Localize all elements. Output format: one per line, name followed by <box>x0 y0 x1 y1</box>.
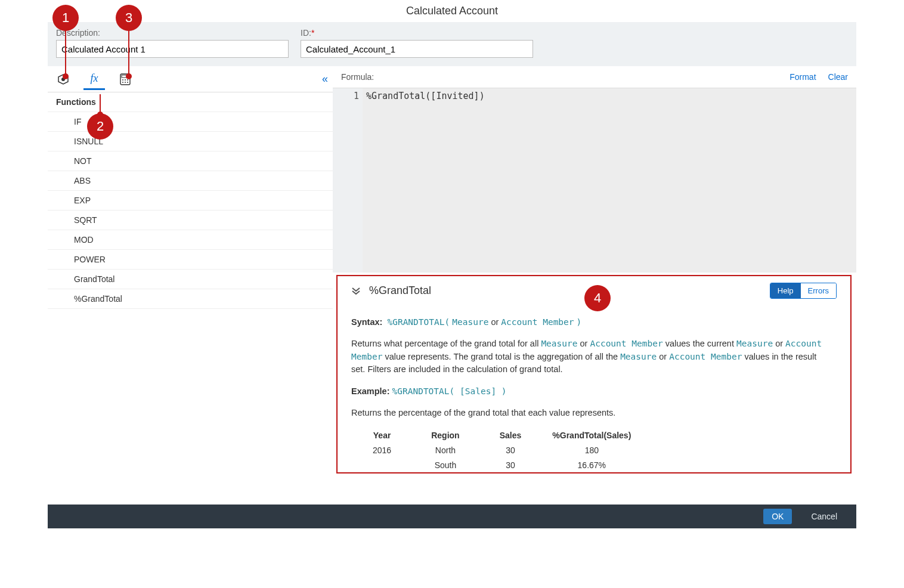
functions-header: Functions <box>48 92 333 112</box>
svg-point-8 <box>125 82 126 83</box>
list-item[interactable]: MOD <box>48 230 333 250</box>
svg-point-7 <box>122 82 123 83</box>
chevron-down-icon[interactable] <box>351 286 361 296</box>
dialog-title: Calculated Account <box>48 0 856 22</box>
table-row: 2016North30180 <box>357 443 646 458</box>
list-item[interactable]: GrandTotal <box>48 270 333 289</box>
format-link[interactable]: Format <box>790 72 816 82</box>
errors-tab[interactable]: Errors <box>801 283 836 298</box>
formula-label: Formula: <box>341 72 374 82</box>
editor-code[interactable]: %GrandTotal([Invited]) <box>363 88 856 273</box>
list-item[interactable]: SQRT <box>48 211 333 230</box>
help-tab[interactable]: Help <box>770 283 801 298</box>
list-item[interactable]: EXP <box>48 191 333 211</box>
help-content: Syntax: %GRANDTOTAL( Measure or Account … <box>351 307 837 468</box>
list-item[interactable]: %GrandTotal <box>48 289 333 309</box>
svg-point-4 <box>122 79 123 81</box>
list-item[interactable]: NOT <box>48 151 333 171</box>
cancel-button[interactable]: Cancel <box>803 509 846 524</box>
annotation-badge-1: 1 <box>52 5 79 31</box>
collapse-sidebar-icon[interactable]: « <box>322 73 328 85</box>
calculator-tab-icon[interactable] <box>114 69 136 90</box>
id-input[interactable] <box>301 40 533 58</box>
id-label: ID:* <box>301 28 533 38</box>
svg-point-9 <box>127 82 128 83</box>
annotation-badge-4: 4 <box>584 285 611 311</box>
help-example-table: Year Region Sales %GrandTotal(Sales) 201… <box>357 428 646 468</box>
list-item[interactable]: ABS <box>48 171 333 191</box>
list-item[interactable]: POWER <box>48 250 333 270</box>
clear-link[interactable]: Clear <box>828 72 848 82</box>
description-input[interactable] <box>56 40 289 58</box>
annotation-badge-3: 3 <box>116 5 142 31</box>
table-row: South3016.67% <box>357 458 646 468</box>
svg-point-5 <box>125 79 126 81</box>
editor-gutter: 1 <box>333 88 363 273</box>
formula-editor[interactable]: 1 %GrandTotal([Invited]) <box>333 88 856 273</box>
annotation-badge-2: 2 <box>87 113 113 140</box>
functions-tab-icon[interactable]: fx <box>83 69 105 90</box>
members-tab-icon[interactable] <box>52 69 74 90</box>
help-function-name: %GrandTotal <box>369 284 431 297</box>
ok-button[interactable]: OK <box>763 509 792 524</box>
functions-list: IF ISNULL NOT ABS EXP SQRT MOD POWER Gra… <box>48 112 333 505</box>
description-label: Description: <box>56 28 289 38</box>
